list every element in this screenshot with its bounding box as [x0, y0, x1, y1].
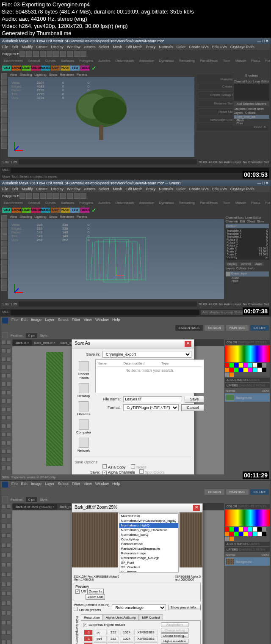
ps-tool-icon[interactable] [1, 424, 6, 428]
save-button[interactable]: Save [185, 396, 205, 403]
swatch[interactable] [225, 368, 229, 372]
tool-icon[interactable] [67, 193, 73, 199]
maya-shelf-tabs[interactable]: EnvironmentGeneralCurvesSurfacesPolygons… [0, 200, 271, 206]
add-shaders-button[interactable]: Add Selected Shaders [234, 101, 269, 106]
maya-main-menu[interactable]: FileEditModifyCreateDisplayWindowAssetsS… [0, 186, 271, 192]
shelf-tab[interactable]: Dynamics [158, 58, 176, 63]
canvas-area[interactable]: Bark.tif ×Bark_rem.tif ×Bark_spec.tif × … [12, 339, 224, 474]
shelf-tab[interactable]: Polygons [77, 58, 95, 63]
swatch[interactable] [234, 532, 238, 536]
ps-tool-icon[interactable] [6, 572, 11, 577]
left-toolbar[interactable] [0, 214, 8, 299]
menu-display[interactable]: Display [51, 45, 64, 49]
shelf-tab[interactable]: Toon [221, 58, 232, 63]
preset-item[interactable]: ReferenceImage_NoSrgb [119, 556, 178, 560]
menu-view[interactable]: View [84, 482, 92, 486]
tool-icon[interactable] [26, 193, 32, 199]
ps-tool-icon[interactable] [1, 630, 6, 635]
tool-icon[interactable] [1, 143, 7, 149]
ps-tool-icon[interactable] [6, 591, 11, 596]
shelf-button[interactable]: FEU [70, 208, 80, 213]
swatch[interactable] [257, 532, 262, 536]
tool-icon[interactable] [60, 51, 66, 57]
menu-help[interactable]: Help [112, 318, 120, 322]
ps-tool-icon[interactable] [1, 562, 6, 567]
column-header[interactable]: Name [97, 362, 106, 365]
menu-display[interactable]: Display [51, 187, 64, 191]
preset-item[interactable]: SF_Gradient [119, 565, 178, 570]
swatches[interactable] [225, 363, 270, 377]
ps-tool-icon[interactable] [6, 449, 11, 454]
menu-edit[interactable]: Edit [12, 45, 19, 49]
shelf-tab[interactable]: Deformation [114, 200, 136, 205]
tab-layers[interactable]: LAYERS [227, 384, 238, 387]
tool-icon[interactable] [1, 111, 7, 117]
notes-checkbox[interactable] [131, 464, 135, 469]
dialog-titlebar[interactable]: Bark_diff.tif Zoom:25% ✕ [72, 504, 202, 512]
add-platform-button[interactable]: Add platform [161, 622, 189, 627]
ps-tool-icon[interactable] [1, 365, 6, 370]
left-toolbar[interactable] [0, 72, 8, 157]
format-select[interactable]: CryTIFPlugin (*.TIF;*.TIF) [123, 404, 179, 411]
ps-tool-icon[interactable] [1, 407, 6, 412]
time-track[interactable] [19, 301, 197, 307]
layer-item[interactable]: STree_Tree_mb [234, 115, 269, 119]
tool-icon[interactable] [1, 253, 7, 259]
attribute-row[interactable]: Scale Z21.041 [227, 253, 268, 256]
ps-options-bar[interactable]: Feather: 0 px Style: [0, 496, 271, 503]
ps-tool-icon[interactable] [1, 553, 6, 557]
tool-icon[interactable] [1, 99, 7, 104]
ps-tool-icon[interactable] [6, 457, 11, 462]
menu-help[interactable]: Help [112, 482, 120, 486]
ps-tool-icon[interactable] [1, 399, 6, 403]
shelf-tab[interactable]: Rendering [177, 200, 196, 205]
viewport-menu[interactable]: ViewShadingLightingShowRendererPanels [8, 72, 194, 77]
tool-icon[interactable] [80, 51, 86, 57]
tool-icon[interactable] [1, 234, 7, 240]
menu-filter[interactable]: Filter [72, 482, 80, 486]
ps-tool-icon[interactable] [1, 591, 6, 596]
shelf-button[interactable]: UNLOAD [31, 208, 41, 213]
swatch[interactable] [262, 527, 266, 532]
swatch[interactable] [239, 532, 243, 536]
ps-tool-icon[interactable] [1, 373, 6, 378]
swatch[interactable] [248, 363, 252, 367]
tab-masks[interactable]: MASKS [249, 543, 260, 545]
ps-tool-icon[interactable] [1, 340, 6, 345]
preset-select[interactable]: ReferenceImage [112, 604, 166, 611]
ps-tool-icon[interactable] [1, 582, 6, 586]
workspace-switcher[interactable]: ESSENTIALS DESIGN PAINTING CS Live [0, 324, 271, 332]
opacity[interactable]: 100% [261, 389, 269, 392]
ps-tool-icon[interactable] [1, 601, 6, 606]
ws-tab-painting[interactable]: PAINTING [226, 489, 249, 495]
spot-checkbox[interactable] [139, 469, 144, 474]
panel-tab[interactable]: Anim [254, 262, 264, 266]
tool-icon[interactable] [67, 51, 73, 57]
tool-icon[interactable] [60, 193, 66, 199]
shelf-tab[interactable]: Fluids [249, 200, 262, 205]
swatch[interactable] [239, 363, 243, 367]
zoom-level[interactable]: 50% [2, 475, 9, 479]
place-desktop[interactable]: Desktop [76, 383, 91, 398]
ps-toolbox[interactable] [0, 339, 12, 474]
attribute-row[interactable]: Translate Z0 [227, 235, 268, 238]
menu-modify[interactable]: Modify [22, 187, 33, 191]
tab-paths[interactable]: PATHS [256, 384, 265, 387]
shelf-tab[interactable]: Fluids [249, 58, 262, 63]
swatch[interactable] [239, 527, 243, 532]
maya-viewport[interactable]: ViewShadingLightingShowRendererPanels Ve… [8, 214, 224, 299]
layer-item[interactable]: /Tree [234, 122, 269, 125]
tool-icon[interactable] [53, 193, 59, 199]
menu-select[interactable]: Select [99, 187, 109, 191]
ps-tool-icon[interactable] [1, 572, 6, 577]
place-libraries[interactable]: Libraries [76, 401, 91, 416]
preset-item[interactable]: Normalmap_highQ_DoNotUse [119, 528, 178, 532]
menu-layer[interactable]: Layer [45, 318, 55, 322]
ps-tool-icon[interactable] [6, 620, 11, 625]
menu-select[interactable]: Select [58, 482, 69, 486]
shelf-tab[interactable]: Muscle [234, 200, 248, 205]
tab-render[interactable]: Render [246, 107, 256, 110]
preset-item[interactable]: ReferenceImage [119, 551, 178, 556]
vp-menu-item[interactable]: Lighting [35, 215, 47, 219]
tab-channels[interactable]: CHANNELS [239, 384, 255, 387]
